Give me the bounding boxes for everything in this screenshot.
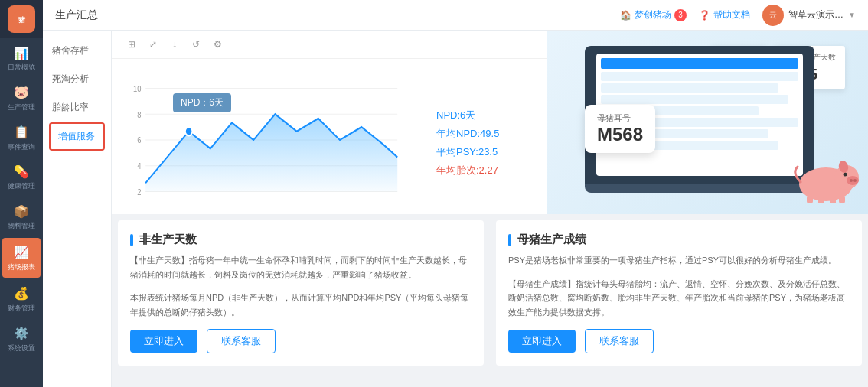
header: 生产汇总 🏠 梦创猪场 3 ❓ 帮助文档 云 智草云演示… ▼ — [43, 0, 868, 31]
section1-enter-btn[interactable]: 立即进入 — [130, 330, 197, 353]
stat-yield: 年均胎次:2.27 — [436, 164, 534, 177]
ear-tag-label: 母猪耳号 — [597, 112, 643, 124]
toolbar-refresh-icon[interactable]: ↺ — [188, 37, 204, 52]
chart-panel: ⊞ ⤢ ↓ ↺ ⚙ NPD：6天 — [112, 31, 547, 214]
pig-illustration — [791, 150, 860, 207]
sidebar-label-production: 生产管理 — [8, 103, 35, 112]
toolbar-fullscreen-icon[interactable]: ⤢ — [145, 37, 161, 52]
farm-badge: 3 — [674, 9, 687, 21]
stat-avg-npd: 年均NPD:49.5 — [436, 127, 534, 141]
events-icon: 📋 — [13, 124, 30, 141]
dream-farm-icon: 🏠 — [620, 10, 631, 21]
svg-text:8: 8 — [137, 110, 141, 119]
help-icon: ❓ — [699, 10, 710, 21]
content-area: 猪舍存栏 死淘分析 胎龄比率 增值服务 ⊞ ⤢ ↓ ↺ ⚙ — [43, 31, 868, 387]
svg-rect-20 — [807, 196, 813, 203]
sidebar-label-settings: 系统设置 — [8, 344, 35, 353]
bottom-sections: 非生产天数 【非生产天数】指母猪一年中统一生命怀孕和哺乳时间，而剩下的时间非生产… — [112, 214, 868, 372]
nav-item-analysis[interactable]: 死淘分析 — [43, 65, 111, 93]
chart-tooltip: NPD：6天 — [173, 93, 231, 112]
pig-svg — [791, 150, 860, 203]
section1-desc2: 本报表统计猪场每月NPD（非生产天数），从而计算平均NPD和年均PSY（平均每头… — [130, 291, 472, 319]
header-right: 🏠 梦创猪场 3 ❓ 帮助文档 云 智草云演示… ▼ — [620, 5, 856, 26]
materials-icon: 📦 — [13, 203, 30, 220]
sidebar-label-materials: 物料管理 — [8, 222, 35, 230]
area-chart: 10 8 6 4 2 — [124, 71, 412, 209]
user-name: 智草云演示… — [788, 8, 844, 21]
svg-text:4: 4 — [137, 161, 141, 171]
sidebar-label-finance: 财务管理 — [8, 304, 35, 313]
production-icon: 🐷 — [13, 84, 30, 101]
pig-ear-tag: 母猪耳号 M568 — [585, 105, 655, 153]
section2-enter-btn[interactable]: 立即进入 — [508, 330, 576, 353]
sidebar-label-events: 事件查询 — [8, 143, 35, 151]
overview-icon: 📊 — [13, 44, 30, 61]
chevron-down-icon: ▼ — [848, 11, 856, 19]
section1-desc1: 【非生产天数】指母猪一年中统一生命怀孕和哺乳时间，而剩下的时间非生产天数越长，母… — [130, 253, 472, 281]
nav-item-service[interactable]: 增值服务 — [49, 122, 105, 151]
svg-rect-22 — [830, 197, 836, 203]
section1-title: 非生产天数 — [130, 233, 472, 247]
svg-text:猪: 猪 — [18, 16, 26, 24]
sidebar-item-events[interactable]: 📋 事件查询 — [0, 118, 43, 158]
sidebar-logo: 猪 — [0, 0, 43, 38]
section2-btn-row: 立即进入 联系客服 — [508, 329, 850, 353]
finance-icon: 💰 — [13, 285, 30, 302]
sidebar-label-reports: 猪场报表 — [8, 263, 35, 272]
nav-item-ratio[interactable]: 胎龄比率 — [43, 93, 111, 122]
sidebar-item-reports[interactable]: 📈 猪场报表 — [2, 238, 41, 278]
sidebar-item-finance[interactable]: 💰 财务管理 — [0, 279, 43, 319]
sidebar: 猪 📊 日常概览 🐷 生产管理 📋 事件查询 💊 健康管理 📦 物料管理 📈 猪… — [0, 0, 43, 387]
settings-icon: ⚙️ — [13, 325, 30, 342]
page-title: 生产汇总 — [55, 8, 98, 22]
svg-point-18 — [844, 173, 847, 177]
health-icon: 💊 — [13, 163, 30, 180]
chart-wrapper: NPD：6天 10 8 — [112, 59, 547, 227]
svg-point-17 — [853, 179, 857, 182]
sidebar-item-production[interactable]: 🐷 生产管理 — [0, 78, 43, 118]
logo-icon: 猪 — [8, 5, 35, 33]
help-label: 帮助文档 — [713, 8, 750, 21]
toolbar-expand-icon[interactable]: ⊞ — [124, 37, 139, 52]
dream-farm-label: 梦创猪场 — [635, 8, 671, 21]
svg-rect-21 — [818, 197, 824, 203]
svg-rect-23 — [839, 196, 845, 203]
section2-desc1: PSY是猪场老板非常重要的一项母猪生产指标，通过PSY可以很好的分析母猪生产成绩… — [508, 253, 850, 268]
chart-stats: NPD:6天 年均NPD:49.5 平均PSY:23.5 年均胎次:2.27 — [424, 59, 547, 227]
stat-npd: NPD:6天 — [436, 109, 534, 122]
sidebar-item-materials[interactable]: 📦 物料管理 — [0, 197, 43, 236]
svg-point-16 — [850, 179, 853, 182]
pig-panel: 窝均断奶数 6 窝均非生产天数 15 年产胎次 0 — [547, 31, 868, 214]
sidebar-item-overview[interactable]: 📊 日常概览 — [0, 38, 43, 78]
section-non-production: 非生产天数 【非生产天数】指母猪一年中统一生命怀孕和哺乳时间，而剩下的时间非生产… — [118, 220, 484, 366]
user-section: 云 智草云演示… ▼ — [762, 5, 856, 26]
sidebar-label-health: 健康管理 — [8, 182, 35, 190]
section-sow-production: 母猪生产成绩 PSY是猪场老板非常重要的一项母猪生产指标，通过PSY可以很好的分… — [496, 220, 862, 366]
toolbar-download-icon[interactable]: ↓ — [167, 37, 182, 52]
section2-desc2: 【母猪生产成绩】指统计每头母猪胎均：流产、返情、空怀、分娩次数、及分娩活仔总数、… — [508, 277, 850, 320]
svg-point-12 — [185, 127, 192, 135]
help-doc-btn[interactable]: ❓ 帮助文档 — [699, 8, 750, 21]
chart-toolbar: ⊞ ⤢ ↓ ↺ ⚙ — [112, 31, 547, 59]
avatar: 云 — [762, 5, 784, 26]
section1-btn-row: 立即进入 联系客服 — [130, 329, 472, 353]
dream-farm-btn[interactable]: 🏠 梦创猪场 3 — [620, 8, 687, 21]
nav-item-stocking[interactable]: 猪舍存栏 — [43, 37, 111, 65]
section2-contact-btn[interactable]: 联系客服 — [585, 329, 654, 353]
sidebar-item-settings[interactable]: ⚙️ 系统设置 — [0, 319, 43, 359]
toolbar-settings-icon[interactable]: ⚙ — [210, 37, 225, 52]
reports-icon: 📈 — [13, 244, 30, 261]
section2-title: 母猪生产成绩 — [508, 233, 850, 247]
sidebar-item-health[interactable]: 💊 健康管理 — [0, 157, 43, 197]
main-panel: ⊞ ⤢ ↓ ↺ ⚙ NPD：6天 — [112, 31, 868, 387]
top-panels: ⊞ ⤢ ↓ ↺ ⚙ NPD：6天 — [112, 31, 868, 214]
svg-text:6: 6 — [137, 136, 141, 145]
stat-psy: 平均PSY:23.5 — [436, 145, 534, 159]
svg-text:10: 10 — [133, 84, 142, 93]
section1-contact-btn[interactable]: 联系客服 — [207, 329, 276, 353]
svg-text:2: 2 — [137, 187, 141, 197]
ear-tag-value: M568 — [597, 124, 643, 145]
main-container: 生产汇总 🏠 梦创猪场 3 ❓ 帮助文档 云 智草云演示… ▼ 猪舍存栏 死淘分… — [43, 0, 868, 387]
chart-area: NPD：6天 10 8 — [112, 59, 424, 227]
sidebar-label-overview: 日常概览 — [8, 63, 35, 72]
